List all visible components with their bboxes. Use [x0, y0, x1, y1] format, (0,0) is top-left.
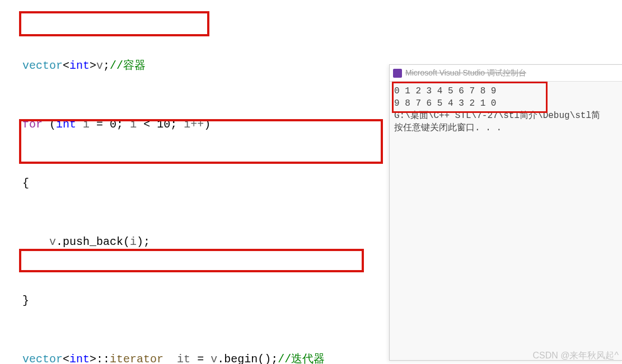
console-line2: 9 8 7 6 5 4 3 2 1 0 — [394, 98, 496, 108]
code-editor: vector<int>v;//容器 for (int i = 0; i < 10… — [22, 17, 325, 364]
line-push: v.push_back(i); — [22, 232, 325, 252]
console-line1: 0 1 2 3 4 5 6 7 8 9 — [394, 86, 496, 96]
line-brace-open: { — [22, 173, 325, 193]
console-titlebar[interactable]: Microsoft Visual Studio 调试控制台 — [390, 65, 622, 82]
comment-iterator: //迭代器 — [278, 353, 325, 364]
type-vector: vector — [22, 59, 63, 72]
comment-container: //容器 — [110, 59, 146, 72]
type-int: int — [69, 59, 90, 72]
vs-icon — [393, 69, 402, 78]
line-brace-close: } — [22, 291, 325, 310]
console-title: Microsoft Visual Studio 调试控制台 — [405, 68, 526, 78]
console-line3: G:\桌面\C++ STL\7-27\stl简介\Debug\stl简 — [394, 111, 600, 121]
console-output: 0 1 2 3 4 5 6 7 8 9 9 8 7 6 5 4 3 2 1 0 … — [390, 82, 622, 138]
line-for1: for (int i = 0; i < 10; i++) — [22, 115, 325, 134]
watermark: CSDN @来年秋风起^ — [532, 350, 619, 362]
console-line4: 按任意键关闭此窗口. . . — [394, 123, 502, 133]
console-window[interactable]: Microsoft Visual Studio 调试控制台 0 1 2 3 4 … — [389, 64, 622, 361]
line-iter1: vector<int>::iterator it = v.begin();//迭… — [22, 349, 325, 364]
line-vector-decl: vector<int>v;//容器 — [22, 56, 325, 75]
